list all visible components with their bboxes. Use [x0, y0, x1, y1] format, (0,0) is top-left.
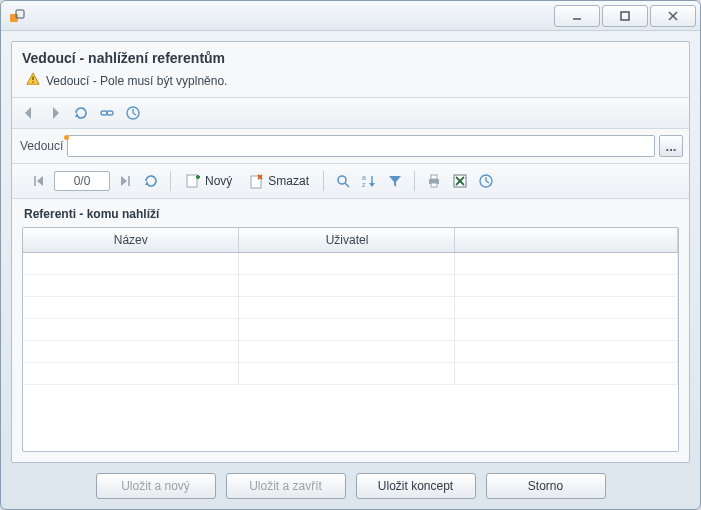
section-title: Referenti - komu nahlíží — [12, 199, 689, 225]
table-row[interactable] — [23, 318, 678, 340]
col-header-user[interactable]: Uživatel — [239, 228, 455, 252]
search-button[interactable] — [332, 170, 354, 192]
svg-marker-11 — [75, 113, 79, 117]
svg-line-43 — [486, 181, 489, 183]
table-row[interactable] — [23, 274, 678, 296]
window-controls — [554, 5, 696, 27]
record-counter: 0/0 — [54, 171, 110, 191]
print-button[interactable] — [423, 170, 445, 192]
svg-marker-10 — [53, 107, 59, 119]
separator — [414, 171, 415, 191]
cancel-button[interactable]: Storno — [486, 473, 606, 499]
titlebar — [1, 1, 700, 31]
vedouci-field-row: Vedoucí ... — [12, 129, 689, 164]
separator — [170, 171, 171, 191]
history-button[interactable] — [122, 102, 144, 124]
warning-icon — [26, 72, 40, 89]
svg-marker-21 — [145, 181, 149, 185]
validation-text: Vedoucí - Pole musí být vyplněno. — [46, 74, 227, 88]
validation-message: Vedoucí - Pole musí být vyplněno. — [12, 72, 689, 97]
app-window: Vedoucí - nahlížení referentům Vedoucí -… — [0, 0, 701, 510]
delete-record-button[interactable]: Smazat — [242, 170, 315, 192]
svg-text:z: z — [362, 181, 366, 188]
referents-table: Název Uživatel — [22, 227, 679, 452]
svg-marker-19 — [121, 176, 127, 186]
dialog-button-bar: Uložit a nový Uložit a zavřít Uložit kon… — [11, 463, 690, 503]
app-icon — [9, 8, 25, 24]
close-button[interactable] — [650, 5, 696, 27]
svg-text:a: a — [362, 174, 366, 181]
reload-list-button[interactable] — [140, 170, 162, 192]
svg-point-28 — [338, 176, 346, 184]
main-panel: Vedoucí - nahlížení referentům Vedoucí -… — [11, 41, 690, 463]
svg-point-8 — [32, 81, 34, 83]
save-and-close-button[interactable]: Uložit a zavřít — [226, 473, 346, 499]
svg-marker-33 — [369, 183, 375, 187]
svg-marker-9 — [25, 107, 31, 119]
new-record-button[interactable]: Nový — [179, 170, 238, 192]
maximize-button[interactable] — [602, 5, 648, 27]
save-draft-button[interactable]: Uložit koncept — [356, 473, 476, 499]
export-button[interactable] — [449, 170, 471, 192]
table-row[interactable] — [23, 340, 678, 362]
svg-rect-12 — [101, 111, 107, 115]
svg-rect-22 — [187, 175, 197, 187]
svg-rect-36 — [431, 175, 437, 179]
table-row[interactable] — [23, 362, 678, 384]
svg-rect-37 — [431, 183, 437, 187]
svg-rect-13 — [107, 111, 113, 115]
save-and-new-button[interactable]: Uložit a nový — [96, 473, 216, 499]
minimize-button[interactable] — [554, 5, 600, 27]
table-row[interactable] — [23, 296, 678, 318]
page-title: Vedoucí - nahlížení referentům — [12, 50, 689, 72]
svg-line-29 — [345, 183, 349, 187]
refresh-button[interactable] — [70, 102, 92, 124]
table-body — [23, 252, 678, 384]
vedouci-label: Vedoucí — [18, 139, 63, 153]
table-row[interactable] — [23, 252, 678, 274]
vedouci-input[interactable] — [67, 135, 655, 157]
nav-next-button[interactable] — [44, 102, 66, 124]
svg-rect-3 — [621, 12, 629, 20]
separator — [323, 171, 324, 191]
sort-button[interactable]: az — [358, 170, 380, 192]
history-list-button[interactable] — [475, 170, 497, 192]
col-header-name[interactable]: Název — [23, 228, 239, 252]
nav-toolbar — [12, 97, 689, 129]
list-toolbar: 0/0 Nový Smazat — [12, 164, 689, 199]
content-outer: Vedoucí - nahlížení referentům Vedoucí -… — [1, 31, 700, 509]
svg-marker-34 — [389, 176, 401, 187]
svg-marker-18 — [37, 176, 43, 186]
link-button[interactable] — [96, 102, 118, 124]
nav-prev-button[interactable] — [18, 102, 40, 124]
filter-button[interactable] — [384, 170, 406, 192]
last-record-button[interactable] — [114, 170, 136, 192]
vedouci-browse-button[interactable]: ... — [659, 135, 683, 157]
first-record-button[interactable] — [28, 170, 50, 192]
col-header-empty[interactable] — [455, 228, 678, 252]
svg-line-16 — [133, 113, 136, 115]
